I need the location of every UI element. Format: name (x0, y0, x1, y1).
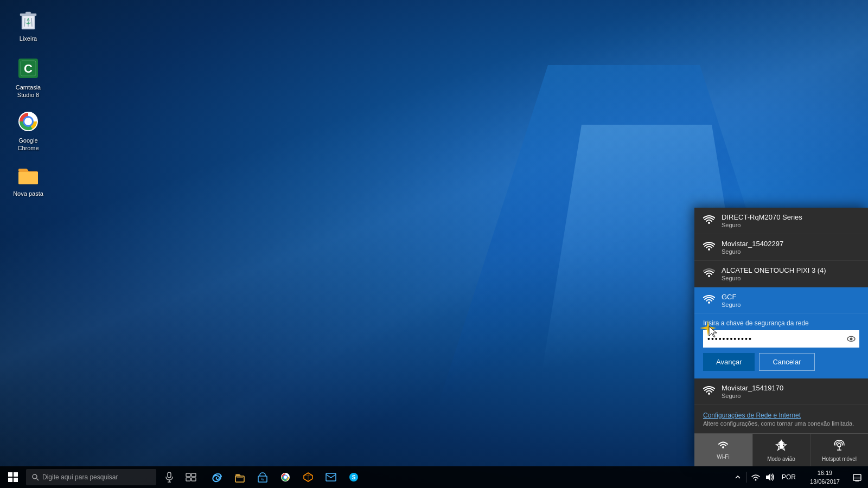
svg-point-23 (838, 444, 841, 447)
notification-icon (853, 472, 861, 482)
microphone-icon (164, 472, 175, 483)
wifi-status-direct: Seguro (722, 222, 859, 228)
wifi-network-alcatel[interactable]: ALCATEL ONETOUCH PIXI 3 (4) Seguro (694, 261, 868, 287)
search-placeholder: Digite aqui para pesquisar (42, 473, 118, 481)
desktop-icon-nova-pasta[interactable]: Nova pasta (7, 159, 50, 200)
taskbar-3dbuilder-button[interactable] (297, 466, 319, 488)
tray-clock[interactable]: 16:19 13/06/2017 (803, 468, 846, 486)
svg-point-31 (33, 474, 37, 479)
quick-action-wifi[interactable]: Wi-Fi (694, 434, 752, 466)
wifi-avançar-button[interactable]: Avançar (703, 353, 755, 371)
tray-network-icon[interactable] (750, 472, 761, 483)
desktop-icon-recycle-bin[interactable]: Lixeira (7, 4, 50, 44)
svg-point-12 (24, 118, 32, 125)
svg-rect-47 (326, 473, 336, 481)
wifi-signal-icon-movistar1 (703, 241, 715, 253)
explorer-icon (234, 472, 245, 483)
wifi-password-input[interactable] (703, 330, 859, 348)
edge-icon (212, 472, 222, 483)
svg-point-22 (722, 446, 724, 448)
svg-point-21 (708, 393, 710, 395)
svg-rect-3 (25, 12, 31, 14)
svg-text:🛍: 🛍 (261, 478, 264, 481)
wifi-status-gcf: Seguro (722, 301, 859, 308)
tray-wifi-icon (751, 473, 760, 481)
wifi-show-password-button[interactable] (846, 334, 856, 344)
wifi-password-label: Insira a chave de segurança da rede (703, 319, 859, 327)
network-settings-link[interactable]: Configurações de Rede e Internet (703, 412, 859, 419)
3dbuilder-icon (303, 472, 314, 483)
microphone-button[interactable] (158, 466, 180, 488)
wifi-quick-actions: Wi-Fi Modo avião (694, 433, 868, 466)
svg-rect-37 (192, 473, 196, 477)
wifi-status-movistar2: Seguro (722, 393, 859, 399)
taskbar-edge-button[interactable] (206, 466, 228, 488)
quick-action-hotspot-label: Hotspot móvel (822, 456, 857, 462)
skype-icon: S (348, 472, 359, 483)
wifi-signal-icon-movistar2 (703, 386, 715, 397)
tray-volume-icon[interactable] (764, 472, 775, 483)
chrome-icon (16, 110, 40, 133)
quick-action-airplane-label: Modo avião (767, 456, 795, 462)
chrome-label: Google Chrome (9, 137, 48, 152)
system-tray: POR 16:19 13/06/2017 (728, 466, 868, 488)
eye-icon (846, 334, 856, 344)
taskbar-search[interactable]: Digite aqui para pesquisar (26, 469, 156, 485)
desktop-icon-camtasia[interactable]: C Camtasia Studio 8 (7, 53, 50, 101)
taskbar-app-icons: 🛍 (206, 466, 365, 488)
desktop: Lixeira C Camtasia Studio 8 (0, 0, 868, 488)
wifi-network-movistar2[interactable]: Movistar_15419170 Seguro (694, 378, 868, 405)
svg-point-17 (708, 275, 710, 277)
wifi-signal-icon-gcf (703, 294, 715, 306)
svg-rect-39 (192, 478, 196, 481)
tray-icons-group: POR (728, 472, 803, 483)
wifi-name-movistar2: Movistar_15419170 (722, 384, 859, 392)
svg-rect-28 (14, 472, 18, 477)
recycle-bin-icon (16, 8, 40, 31)
tray-show-icons-button[interactable] (732, 472, 743, 483)
svg-point-18 (708, 301, 710, 304)
svg-rect-27 (8, 472, 12, 477)
wifi-network-movistar1[interactable]: Movistar_15402297 Seguro (694, 234, 868, 261)
svg-text:S: S (352, 474, 356, 480)
taskbar-chrome-icon (280, 472, 291, 483)
network-settings-desc: Altere configurações, como tornar uma co… (703, 420, 859, 427)
hotspot-quick-icon (833, 439, 845, 454)
chevron-up-icon (735, 474, 741, 480)
svg-point-16 (708, 248, 710, 251)
task-view-button[interactable] (180, 466, 202, 488)
desktop-icon-chrome[interactable]: Google Chrome (7, 106, 50, 155)
svg-rect-30 (14, 478, 18, 482)
taskbar-skype-button[interactable]: S (343, 466, 365, 488)
svg-line-32 (37, 479, 39, 481)
svg-rect-41 (237, 477, 243, 478)
taskbar-store-button[interactable]: 🛍 (252, 466, 273, 488)
tray-language-selector[interactable]: POR (778, 473, 799, 481)
svg-line-4 (24, 18, 25, 27)
camtasia-label: Camtasia Studio 8 (9, 84, 48, 99)
wifi-network-gcf[interactable]: GCF Seguro (694, 287, 868, 314)
svg-text:C: C (24, 62, 33, 75)
taskbar: Digite aqui para pesquisar (0, 466, 868, 488)
wifi-name-direct: DIRECT-RqM2070 Series (722, 213, 859, 221)
wifi-name-alcatel: ALCATEL ONETOUCH PIXI 3 (4) (722, 266, 859, 274)
svg-point-15 (708, 222, 710, 224)
quick-action-airplane[interactable]: Modo avião (752, 434, 810, 466)
wifi-network-direct[interactable]: DIRECT-RqM2070 Series Seguro (694, 208, 868, 234)
svg-point-50 (755, 479, 756, 481)
airplane-quick-icon (775, 439, 787, 454)
notification-center-button[interactable] (846, 466, 868, 488)
nova-pasta-label: Nova pasta (13, 190, 43, 197)
start-button[interactable] (0, 466, 26, 488)
svg-point-46 (284, 476, 287, 479)
taskbar-mail-button[interactable] (320, 466, 342, 488)
taskbar-explorer-button[interactable] (229, 466, 251, 488)
taskbar-chrome-button[interactable] (275, 466, 296, 488)
quick-action-hotspot[interactable]: Hotspot móvel (810, 434, 868, 466)
windows-logo-icon (8, 472, 18, 482)
camtasia-icon: C (16, 56, 40, 80)
mail-icon (326, 472, 336, 483)
svg-point-20 (850, 338, 853, 341)
svg-rect-38 (186, 478, 190, 481)
wifi-cancelar-button[interactable]: Cancelar (759, 353, 814, 371)
